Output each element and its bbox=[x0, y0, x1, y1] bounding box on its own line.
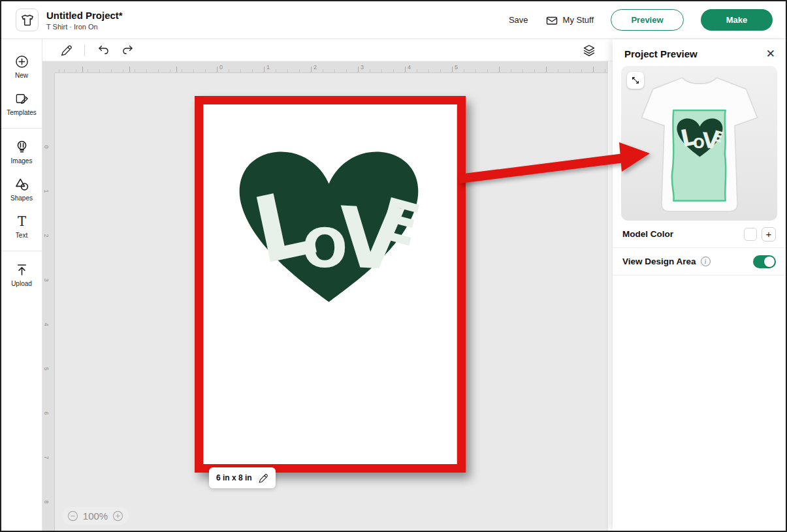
undo-icon bbox=[97, 44, 110, 57]
artboard-size-label: 6 in x 8 in bbox=[216, 473, 252, 482]
tshirt-mockup bbox=[632, 72, 767, 219]
toggle-knob bbox=[764, 257, 775, 267]
sidebar-item-shapes[interactable]: Shapes bbox=[1, 171, 42, 208]
sidebar-item-images[interactable]: Images bbox=[1, 134, 42, 171]
sidebar-item-label: Templates bbox=[7, 109, 37, 116]
sidebar-item-label: New bbox=[15, 72, 28, 79]
zoom-in-button[interactable] bbox=[112, 510, 123, 522]
plus-circle-icon bbox=[14, 54, 29, 69]
my-stuff-button[interactable]: My Stuff bbox=[545, 14, 594, 27]
upload-icon bbox=[14, 262, 29, 277]
sidebar-item-label: Images bbox=[11, 157, 33, 164]
artboard-size-tag[interactable]: 6 in x 8 in bbox=[209, 467, 276, 488]
undo-button[interactable] bbox=[97, 44, 110, 57]
view-design-area-toggle[interactable] bbox=[753, 255, 776, 268]
my-stuff-label: My Stuff bbox=[563, 15, 594, 25]
layers-button[interactable] bbox=[583, 44, 596, 57]
model-color-swatch[interactable] bbox=[744, 228, 757, 241]
save-button[interactable]: Save bbox=[509, 15, 528, 25]
app-window: Untitled Project* T Shirt · Iron On Save… bbox=[0, 0, 787, 532]
vertical-ruler: 0 1 2 3 4 5 6 7 8 bbox=[42, 73, 55, 531]
ruler-corner bbox=[42, 61, 55, 73]
horizontal-ruler: 0 1 2 3 4 5 bbox=[55, 61, 613, 73]
pencil-icon bbox=[59, 44, 72, 57]
ruler-label: 2 bbox=[313, 64, 317, 70]
svg-text:T: T bbox=[17, 214, 25, 229]
sidebar-item-templates[interactable]: Templates bbox=[1, 86, 42, 123]
ruler-label: 3 bbox=[43, 278, 50, 281]
view-design-area-label: View Design Area bbox=[622, 257, 696, 266]
project-preview-panel: Project Preview ✕ Model Color + bbox=[613, 39, 786, 531]
sidebar-item-upload[interactable]: Upload bbox=[1, 257, 42, 294]
ruler-label: 5 bbox=[43, 367, 50, 370]
ruler-label: 5 bbox=[455, 64, 458, 70]
canvas-toolbar bbox=[42, 39, 613, 61]
ruler-label: 1 bbox=[266, 64, 270, 70]
info-icon[interactable]: i bbox=[701, 257, 711, 266]
expand-preview-button[interactable] bbox=[627, 72, 644, 89]
view-design-area-row: View Design Area i bbox=[613, 248, 786, 275]
layers-icon bbox=[583, 44, 596, 57]
sidebar-item-label: Upload bbox=[11, 280, 32, 287]
pencil-icon bbox=[257, 473, 268, 484]
ruler-label: 3 bbox=[361, 64, 364, 70]
tshirt-preview-card bbox=[621, 66, 777, 221]
lightbulb-icon bbox=[14, 140, 29, 155]
add-color-button[interactable]: + bbox=[762, 227, 776, 242]
sidebar-item-label: Shapes bbox=[10, 195, 33, 202]
zoom-control: 100% bbox=[62, 507, 129, 525]
tshirt-icon bbox=[20, 13, 35, 27]
design-canvas[interactable]: 0 1 2 3 4 5 0 1 2 3 4 5 6 7 8 bbox=[42, 39, 613, 531]
project-type-button[interactable] bbox=[16, 8, 39, 31]
left-sidebar: New Templates Images bbox=[1, 39, 42, 531]
ruler-label: 8 bbox=[43, 500, 50, 503]
sidebar-item-text[interactable]: T Text bbox=[1, 208, 42, 245]
sidebar-item-new[interactable]: New bbox=[1, 48, 42, 86]
redo-button[interactable] bbox=[121, 44, 135, 57]
ruler-label: 0 bbox=[219, 64, 223, 70]
model-color-label: Model Color bbox=[622, 229, 673, 239]
ruler-label: 7 bbox=[43, 456, 50, 459]
project-title: Untitled Project* bbox=[46, 10, 123, 22]
close-icon[interactable]: ✕ bbox=[766, 48, 775, 59]
love-heart-design[interactable] bbox=[227, 134, 431, 309]
panel-title: Project Preview bbox=[624, 48, 698, 59]
toolbar-divider bbox=[84, 44, 85, 56]
expand-icon bbox=[631, 76, 640, 85]
ruler-label: 1 bbox=[43, 189, 50, 193]
sidebar-item-label: Text bbox=[16, 232, 27, 239]
ruler-label: 6 bbox=[43, 411, 50, 415]
templates-icon bbox=[14, 91, 29, 106]
project-title-block: Untitled Project* T Shirt · Iron On bbox=[46, 10, 123, 31]
zoom-level: 100% bbox=[83, 510, 108, 522]
model-color-row: Model Color + bbox=[613, 221, 786, 248]
make-button[interactable]: Make bbox=[701, 9, 773, 31]
text-icon: T bbox=[14, 214, 29, 229]
redo-icon bbox=[121, 44, 135, 57]
top-bar: Untitled Project* T Shirt · Iron On Save… bbox=[1, 1, 786, 39]
edit-button[interactable] bbox=[59, 44, 72, 57]
ruler-label: 0 bbox=[43, 145, 50, 148]
sidebar-divider bbox=[1, 251, 42, 251]
project-subtitle: T Shirt · Iron On bbox=[46, 23, 123, 31]
ruler-label: 2 bbox=[43, 234, 50, 237]
zoom-out-button[interactable] bbox=[67, 510, 78, 522]
sidebar-divider bbox=[1, 128, 42, 129]
ruler-label: 4 bbox=[408, 64, 411, 70]
ruler-label: 4 bbox=[43, 322, 50, 326]
shapes-icon bbox=[14, 177, 29, 192]
mail-box-icon bbox=[545, 14, 558, 27]
preview-button[interactable]: Preview bbox=[611, 9, 684, 31]
scrollbar-track[interactable] bbox=[608, 61, 613, 531]
